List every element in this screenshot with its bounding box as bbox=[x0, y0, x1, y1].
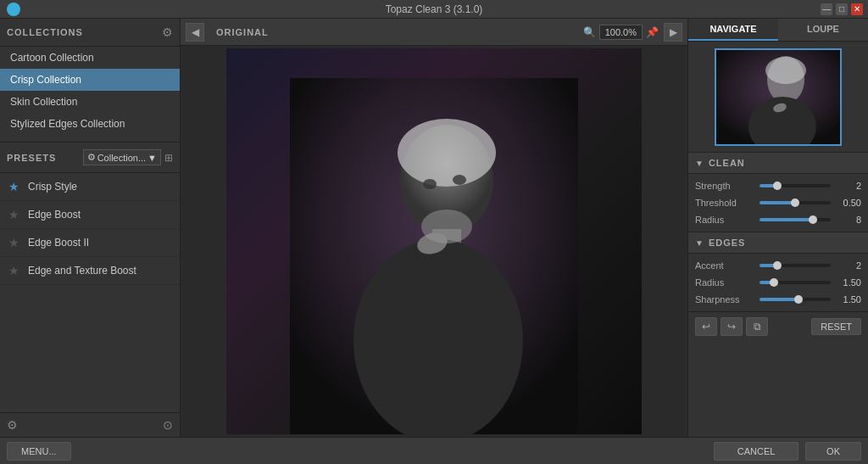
svg-point-6 bbox=[423, 179, 437, 189]
preset-name-edge-boost-ii: Edge Boost II bbox=[28, 237, 89, 249]
main-layout: COLLECTIONS ⚙ Cartoon Collection Crisp C… bbox=[0, 19, 868, 437]
titlebar: Topaz Clean 3 (3.1.0) — □ ✕ bbox=[0, 0, 868, 19]
radius-clean-value: 8 bbox=[834, 215, 861, 225]
left-panel-bottom: ⚙ ⊙ bbox=[0, 412, 180, 437]
collections-gear-icon[interactable]: ⚙ bbox=[162, 25, 173, 39]
left-panel: COLLECTIONS ⚙ Cartoon Collection Crisp C… bbox=[0, 19, 181, 437]
threshold-row: Threshold 0.50 bbox=[688, 194, 868, 211]
copy-button[interactable]: ⧉ bbox=[746, 317, 768, 336]
radius-clean-row: Radius 8 bbox=[688, 211, 868, 228]
right-panel: NAVIGATE LOUPE bbox=[687, 19, 868, 437]
preset-name-edge-texture: Edge and Texture Boost bbox=[28, 265, 136, 277]
presets-controls: ⚙ Collection... ▼ ⊞ bbox=[83, 149, 173, 165]
radius-clean-slider[interactable] bbox=[760, 218, 831, 221]
collections-list: Cartoon Collection Crisp Collection Skin… bbox=[0, 47, 180, 135]
ok-button[interactable]: OK bbox=[805, 442, 861, 461]
presets-list: ★ Crisp Style ★ Edge Boost ★ Edge Boost … bbox=[0, 173, 180, 285]
preset-item-edge-boost-ii[interactable]: ★ Edge Boost II bbox=[0, 229, 180, 257]
collection-item-crisp[interactable]: Crisp Collection bbox=[0, 69, 180, 91]
svg-point-7 bbox=[453, 175, 466, 185]
zoom-search-icon[interactable]: 🔍 bbox=[583, 26, 596, 38]
image-area bbox=[181, 46, 687, 437]
sharpness-slider[interactable] bbox=[760, 298, 831, 301]
star-icon-crisp[interactable]: ★ bbox=[8, 180, 19, 193]
threshold-slider[interactable] bbox=[760, 201, 831, 204]
history-controls: ↩ ↪ ⧉ bbox=[695, 317, 768, 336]
strength-row: Strength 2 bbox=[688, 177, 868, 194]
bottom-bar: MENU... CANCEL OK bbox=[0, 437, 868, 464]
sharpness-row: Sharpness 1.50 bbox=[688, 291, 868, 308]
bottom-right-buttons: CANCEL OK bbox=[714, 442, 861, 461]
close-button[interactable]: ✕ bbox=[851, 3, 863, 15]
radius-edges-slider[interactable] bbox=[760, 281, 831, 284]
undo-button[interactable]: ↩ bbox=[695, 317, 717, 336]
preset-dropdown-label: Collection... bbox=[97, 153, 146, 163]
grid-view-icon[interactable]: ⊞ bbox=[164, 152, 173, 164]
clean-section-title: CLEAN bbox=[709, 158, 745, 168]
radius-edges-value: 1.50 bbox=[834, 277, 861, 288]
next-button[interactable]: ▶ bbox=[664, 23, 682, 42]
preset-item-crisp-style[interactable]: ★ Crisp Style bbox=[0, 173, 180, 201]
preset-dropdown[interactable]: ⚙ Collection... ▼ bbox=[83, 149, 161, 165]
clean-section-header[interactable]: ▼ CLEAN bbox=[688, 152, 868, 174]
preset-item-edge-boost[interactable]: ★ Edge Boost bbox=[0, 201, 180, 229]
collection-item-stylized[interactable]: Stylized Edges Collection bbox=[0, 113, 180, 135]
svg-point-11 bbox=[765, 57, 806, 84]
clean-section-content: Strength 2 Threshold 0.50 Ra bbox=[688, 174, 868, 232]
window-controls: — □ ✕ bbox=[821, 3, 863, 15]
original-label: ORIGINAL bbox=[209, 27, 275, 37]
threshold-value: 0.50 bbox=[834, 198, 861, 208]
strength-label: Strength bbox=[695, 181, 756, 191]
app-icon bbox=[7, 3, 20, 16]
radius-edges-label: Radius bbox=[695, 277, 756, 288]
presets-header: PRESETS ⚙ Collection... ▼ ⊞ bbox=[0, 142, 180, 173]
preview-area bbox=[688, 42, 868, 152]
portrait-silhouette bbox=[290, 78, 578, 434]
strength-value: 2 bbox=[834, 181, 861, 191]
star-icon-edge-texture[interactable]: ★ bbox=[8, 264, 19, 277]
zoom-info: 🔍 100.0% 📌 bbox=[583, 25, 659, 40]
menu-button[interactable]: MENU... bbox=[7, 442, 71, 461]
accent-slider[interactable] bbox=[760, 264, 831, 267]
right-panel-bottom: ↩ ↪ ⧉ RESET bbox=[688, 311, 868, 341]
redo-button[interactable]: ↪ bbox=[721, 317, 743, 336]
radius-clean-label: Radius bbox=[695, 215, 756, 225]
settings-icon[interactable]: ⚙ bbox=[7, 418, 18, 432]
center-toolbar: ◀ ORIGINAL 🔍 100.0% 📌 ▶ bbox=[181, 19, 687, 46]
minimize-button[interactable]: — bbox=[821, 3, 832, 15]
tab-loupe[interactable]: LOUPE bbox=[778, 19, 868, 41]
dropdown-arrow-icon: ▼ bbox=[147, 153, 157, 163]
strength-slider[interactable] bbox=[760, 184, 831, 187]
edges-section-header[interactable]: ▼ EDGES bbox=[688, 232, 868, 254]
collection-item-skin[interactable]: Skin Collection bbox=[0, 91, 180, 113]
tab-navigate[interactable]: NAVIGATE bbox=[688, 19, 778, 41]
gear-small-icon: ⚙ bbox=[87, 152, 96, 163]
camera-icon[interactable]: ⊙ bbox=[163, 418, 173, 432]
preset-name-crisp-style: Crisp Style bbox=[28, 181, 77, 193]
maximize-button[interactable]: □ bbox=[836, 3, 848, 15]
center-panel: ◀ ORIGINAL 🔍 100.0% 📌 ▶ bbox=[181, 19, 687, 437]
star-icon-edge-boost-ii[interactable]: ★ bbox=[8, 236, 19, 249]
collections-label: COLLECTIONS bbox=[7, 27, 83, 37]
clean-section: ▼ CLEAN Strength 2 Threshold bbox=[688, 152, 868, 232]
sharpness-value: 1.50 bbox=[834, 294, 861, 305]
preset-name-edge-boost: Edge Boost bbox=[28, 209, 81, 221]
collection-item-cartoon[interactable]: Cartoon Collection bbox=[0, 47, 180, 69]
prev-button[interactable]: ◀ bbox=[186, 23, 204, 42]
sharpness-label: Sharpness bbox=[695, 294, 756, 305]
edges-section-title: EDGES bbox=[709, 238, 746, 248]
pin-icon[interactable]: 📌 bbox=[646, 26, 659, 38]
svg-point-2 bbox=[398, 119, 496, 187]
star-icon-edge-boost[interactable]: ★ bbox=[8, 208, 19, 221]
threshold-label: Threshold bbox=[695, 198, 756, 208]
clean-arrow-icon: ▼ bbox=[695, 159, 704, 168]
edges-section: ▼ EDGES Accent 2 Radius bbox=[688, 232, 868, 311]
accent-value: 2 bbox=[834, 260, 861, 271]
reset-button[interactable]: RESET bbox=[811, 318, 861, 335]
portrait-image bbox=[226, 48, 642, 434]
window-title: Topaz Clean 3 (3.1.0) bbox=[386, 3, 483, 15]
radius-edges-row: Radius 1.50 bbox=[688, 274, 868, 291]
preset-item-edge-texture[interactable]: ★ Edge and Texture Boost bbox=[0, 257, 180, 285]
accent-row: Accent 2 bbox=[688, 257, 868, 274]
cancel-button[interactable]: CANCEL bbox=[714, 442, 798, 461]
